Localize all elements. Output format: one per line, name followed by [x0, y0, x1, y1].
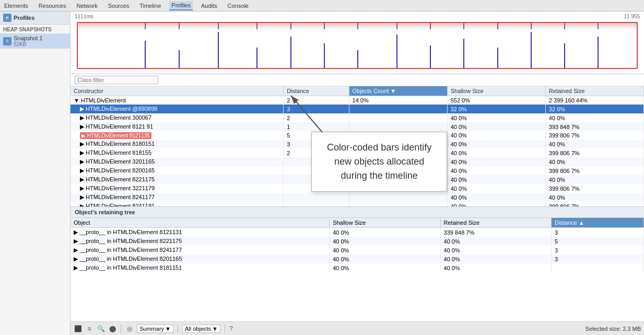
sidebar-item-snapshot1[interactable]: S Snapshot 1 52KB [0, 33, 70, 49]
cell-objects [349, 105, 447, 113]
timeline-red-bar-12 [564, 23, 565, 29]
table-row[interactable]: ▶ HTMLDivElement @890898 3 32 0% 32 0% [71, 105, 644, 113]
rcell-object: ▶ __proto__ in HTMLDivElement 8221175 [71, 237, 330, 246]
table-row[interactable]: ▶ HTMLDivElement 8241177 40 0% 40 0% [71, 193, 644, 202]
cell-shallow: 40 0% [447, 193, 545, 202]
timeline-bar-5 [324, 43, 325, 68]
timeline-red-bar-3 [256, 23, 257, 29]
cell-constructor: ▶ HTMLDivElement @890898 [71, 105, 284, 113]
sidebar-header: P Profiles [0, 11, 70, 25]
bottom-icon-1[interactable]: ⬛ [74, 325, 82, 333]
rth-distance[interactable]: Distance ▲ [551, 218, 643, 228]
bottom-icon-3[interactable]: 🔍 [97, 325, 105, 333]
cell-distance [284, 202, 349, 206]
cell-shallow: 32 0% [447, 105, 545, 113]
rth-retained[interactable]: Retained Size [440, 218, 551, 228]
timeline-red-bar-13 [598, 23, 599, 29]
rcell-shallow: 40 0% [330, 255, 440, 263]
cell-shallow: 552 0% [447, 96, 545, 105]
menu-timeline[interactable]: Timeline [137, 2, 163, 10]
rth-shallow[interactable]: Shallow Size [330, 218, 440, 228]
table-row[interactable]: ▶ HTMLDivElement 8241181 40 0% 399 806 7… [71, 202, 644, 206]
bottom-bar: ⬛ ≡ 🔍 ⬤ ◎ Summary ▼ All objects ▼ ? Sele… [71, 321, 644, 335]
timeline-bar-8 [430, 45, 431, 68]
class-filter-input[interactable] [75, 76, 158, 84]
timeline-bar-13 [598, 37, 599, 68]
rcell-retained: 339 848 7% [440, 228, 551, 237]
help-button[interactable]: ? [229, 325, 233, 332]
cell-shallow: 40 0% [447, 148, 545, 157]
cell-retained: 40 0% [545, 175, 643, 184]
th-retained[interactable]: Retained Size [545, 86, 643, 96]
retaining-table-row[interactable]: ▶ __proto__ in HTMLDivElement 8241177 40… [71, 246, 644, 255]
timeline-canvas[interactable] [77, 22, 638, 69]
cell-shallow: 40 0% [447, 122, 545, 131]
rcell-distance: 5 [551, 237, 643, 246]
cell-constructor: ▶ HTMLDivElement 818155 [71, 148, 284, 157]
main-layout: P Profiles HEAP SNAPSHOTS S Snapshot 1 5… [0, 11, 644, 335]
timeline-red-bar-2 [218, 23, 219, 29]
bottom-sep-2 [178, 325, 178, 333]
summary-chevron-icon: ▼ [165, 326, 171, 332]
timeline-bar-10 [497, 48, 498, 68]
table-row[interactable]: ▼ HTMLDivElement 2 14 0% 552 0% 2 399 16… [71, 96, 644, 105]
retaining-table-row[interactable]: ▶ __proto__ in HTMLDivElement 8201165 40… [71, 255, 644, 263]
th-constructor[interactable]: Constructor [71, 86, 284, 96]
table-header-row: Constructor Distance Objects Count ▼ Sha… [71, 86, 644, 96]
cell-shallow: 40 0% [447, 202, 545, 206]
cell-constructor: ▶ HTMLDivElement 8180151 [71, 140, 284, 148]
rcell-retained: 40 0% [440, 237, 551, 246]
timeline-bar-7 [396, 34, 397, 68]
rcell-distance: 3 [551, 255, 643, 263]
menu-profiles[interactable]: Profiles [169, 1, 193, 10]
retaining-table-row[interactable]: ▶ __proto__ in HTMLDivElement 8181151 40… [71, 263, 644, 272]
menu-resources[interactable]: Resources [37, 2, 68, 10]
rcell-shallow: 40 0% [330, 263, 440, 272]
timeline-red-bar-7 [396, 23, 397, 29]
menu-audits[interactable]: Audits [199, 2, 219, 10]
menu-network[interactable]: Network [74, 2, 99, 10]
bottom-icon-2[interactable]: ≡ [85, 325, 93, 333]
timeline-red-bar-11 [531, 23, 532, 29]
cell-retained: 40 0% [545, 193, 643, 202]
rcell-object: ▶ __proto__ in HTMLDivElement 8241177 [71, 246, 330, 255]
stop-icon[interactable]: ◎ [125, 325, 134, 333]
cell-retained: 40 0% [545, 113, 643, 122]
sidebar: P Profiles HEAP SNAPSHOTS S Snapshot 1 5… [0, 11, 71, 335]
cell-shallow: 40 0% [447, 157, 545, 166]
heap-snapshots-label: HEAP SNAPSHOTS [0, 25, 70, 33]
cell-shallow: 40 0% [447, 131, 545, 140]
retaining-table-row[interactable]: ▶ __proto__ in HTMLDivElement 8221175 40… [71, 237, 644, 246]
cell-constructor: ▶ HTMLDivElement 8241181 [71, 202, 284, 206]
retaining-table-row[interactable]: ▶ __proto__ in HTMLDivElement 8121131 40… [71, 228, 644, 237]
tooltip-overlay: Color-coded bars identify new objects al… [311, 132, 447, 192]
th-objects[interactable]: Objects Count ▼ [349, 86, 447, 96]
cell-shallow: 40 0% [447, 175, 545, 184]
menu-sources[interactable]: Sources [106, 2, 131, 10]
cell-objects: 14 0% [349, 96, 447, 105]
cell-retained: 40 0% [545, 157, 643, 166]
timeline-bar-9 [463, 39, 464, 68]
menu-console[interactable]: Console [226, 2, 251, 10]
snapshot-label: Snapshot 1 [14, 35, 43, 41]
filter-dropdown[interactable]: All objects ▼ [182, 325, 220, 333]
table-row[interactable]: ▶ HTMLDivElement 300067 2 40 0% 40 0% [71, 113, 644, 122]
rcell-retained: 40 0% [440, 263, 551, 272]
timeline-bar-2 [218, 32, 219, 68]
menu-elements[interactable]: Elements [2, 2, 30, 10]
timeline-red-bar-8 [430, 23, 431, 29]
cell-constructor: ▶ HTMLDivElement 8121 91 [71, 122, 284, 131]
bottom-icon-4[interactable]: ⬤ [108, 325, 116, 333]
summary-dropdown[interactable]: Summary ▼ [137, 325, 173, 333]
snapshot-sub: 52KB [14, 41, 43, 47]
rcell-shallow: 40 0% [330, 228, 440, 237]
content-area: 1111ms 11 955 Constructor Distance Objec… [71, 11, 644, 335]
cell-constructor: ▶ HTMLDivElement 8221175 [71, 175, 284, 184]
retaining-table-wrapper[interactable]: Object Shallow Size Retained Size Distan… [71, 218, 644, 281]
timeline-bar-1 [179, 50, 180, 68]
th-shallow[interactable]: Shallow Size [447, 86, 545, 96]
table-row[interactable]: ▶ HTMLDivElement 8121 91 1 40 0% 393 848… [71, 122, 644, 131]
rth-object[interactable]: Object [71, 218, 330, 228]
rcell-distance [551, 263, 643, 272]
main-table-wrapper[interactable]: Constructor Distance Objects Count ▼ Sha… [71, 86, 644, 206]
